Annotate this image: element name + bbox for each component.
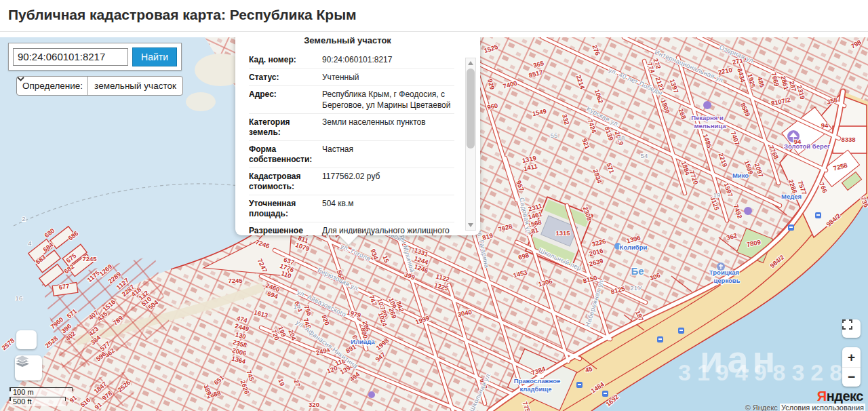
zoom-in-button[interactable]: + [842, 347, 861, 367]
poi-label: Илиада [351, 338, 375, 345]
poi-label: Золотой берег [784, 142, 830, 150]
balloon-scrollbar[interactable] [465, 58, 476, 231]
poi-label: Пекарня и [691, 114, 724, 121]
search-input[interactable] [13, 48, 128, 66]
shop-icon [744, 207, 752, 215]
watermark-number: 319498328 [678, 359, 848, 385]
house-number-label: 48 [617, 134, 625, 142]
parcel-label: 94 [821, 121, 829, 129]
layers-button[interactable] [15, 355, 42, 380]
poi-label: Бе [631, 265, 644, 277]
definition-select[interactable]: земельный участок [87, 77, 182, 95]
page-header: Публичная кадастровая карта: Республика … [0, 0, 868, 32]
house-number-label: 54 [640, 152, 648, 159]
definition-label: Определение: [22, 81, 83, 91]
row-value: 504 кв.м [319, 199, 354, 219]
row-value: Частная [319, 144, 353, 165]
row-value: Земли населенных пунктов [319, 117, 426, 138]
fullscreen-button[interactable] [842, 319, 861, 338]
search-button[interactable]: Найти [132, 47, 177, 66]
balloon-row: Кадастровая стоимость: 1177562.02 руб [249, 168, 454, 195]
zoom-out-button[interactable]: − [842, 367, 861, 387]
house-number-label: 16 [15, 294, 22, 302]
poi-label: Мико [732, 172, 749, 179]
row-value: Республика Крым, г Феодосия, с Береговое… [319, 90, 454, 111]
copyright-text: © Яндекс [745, 404, 778, 411]
house-number-label: 2 [22, 215, 26, 222]
scrollbar-thumb[interactable] [467, 68, 475, 149]
parcel-label: 7245 [82, 255, 97, 262]
search-panel: Найти [8, 43, 182, 71]
poi-label: кладбище [519, 385, 551, 393]
row-label: Разрешенное использование: [249, 226, 319, 235]
restaurant-icon [368, 391, 375, 398]
house-number-label: 14 [293, 302, 300, 310]
parcel-label: 320 [309, 401, 319, 408]
info-balloon: Земельный участок Кад. номер: 90:24:0601… [235, 37, 480, 235]
poi-label: Троицкая [709, 269, 739, 276]
mill-icon [703, 101, 711, 109]
scroll-down-button[interactable] [468, 223, 473, 227]
balloon-row: Адрес: Республика Крым, г Феодосия, с Бе… [249, 85, 454, 113]
map-canvas[interactable]: 1525365851727692974002214106296015493327… [0, 37, 868, 411]
row-label: Кадастровая стоимость: [249, 172, 319, 192]
house-number-label: 21У [630, 284, 642, 292]
scale-bar: 100 m 500 ft [9, 387, 73, 406]
balloon-row: Категория земель: Земли населенных пункт… [249, 113, 454, 140]
balloon-row: Форма собственности: Частная [249, 140, 454, 168]
row-label: Кад. номер: [249, 55, 319, 66]
definition-value: земельный участок [94, 81, 176, 91]
poi-label: Колибри [620, 243, 648, 251]
scale-feet: 500 ft [13, 397, 32, 406]
row-value: Учтенный [319, 73, 359, 83]
fullscreen-icon [842, 319, 852, 330]
balloon-row: Статус: Учтенный [249, 68, 454, 86]
row-value: 90:24:060101:8217 [319, 55, 392, 66]
yandex-logo: Яндекс [817, 389, 863, 404]
scroll-up-button[interactable] [468, 61, 473, 65]
row-value: 1177562.02 руб [319, 172, 380, 192]
balloon-tail [338, 234, 359, 245]
zoom-controls: + − [842, 347, 861, 387]
balloon-row: Уточненная площадь: 504 кв.м [249, 195, 454, 222]
row-label: Категория земель: [249, 117, 319, 138]
parcel-label: 1315 [555, 229, 570, 237]
chevron-down-icon [17, 77, 24, 81]
poi-label: церковь [713, 277, 740, 284]
measure-button[interactable] [16, 330, 37, 349]
house-number-label: 4 [28, 239, 32, 247]
row-label: Уточненная площадь: [249, 199, 319, 219]
terms-link[interactable]: Условия использования [780, 404, 865, 411]
attribution: © Яндекс Условия использования [745, 404, 865, 411]
poi-label: Медея [781, 193, 802, 200]
row-label: Форма собственности: [249, 144, 319, 165]
poi-label: Православное [514, 377, 561, 385]
scale-meters: 100 m [13, 388, 34, 396]
layers-icon [15, 355, 30, 368]
parcel-label: 677 [58, 282, 70, 291]
definition-panel: Определение: земельный участок [16, 76, 183, 96]
balloon-title: Земельный участок [241, 37, 454, 45]
house-number-label: 19 [713, 191, 720, 199]
row-label: Статус: [249, 73, 319, 83]
parcel-label: 8338 [841, 136, 855, 143]
balloon-row: Кад. номер: 90:24:060101:8217 [249, 52, 454, 68]
page-title: Публичная кадастровая карта: Республика … [0, 0, 868, 23]
poi-label: мельница [694, 122, 726, 130]
row-label: Адрес: [249, 90, 319, 111]
house-number-label: 55 [550, 132, 557, 139]
parcel-label: 7245 [228, 277, 243, 284]
